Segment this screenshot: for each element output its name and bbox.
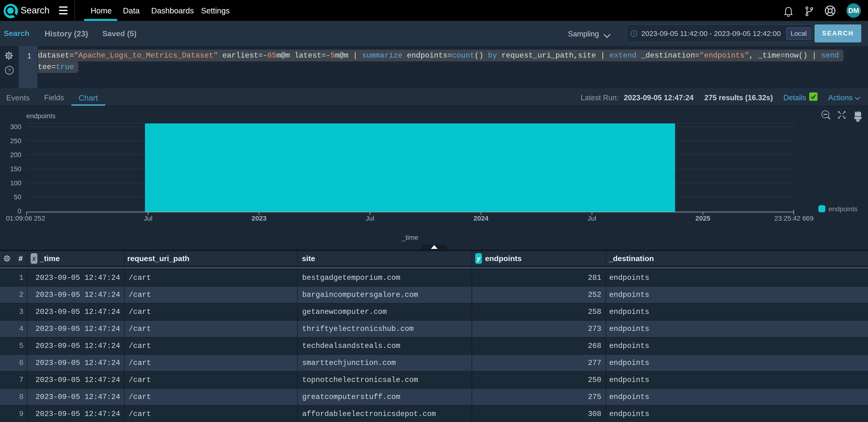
svg-text:250: 250	[10, 137, 21, 145]
svg-text:_time: _time	[402, 234, 418, 241]
svg-text:23:25:42 669: 23:25:42 669	[774, 215, 814, 222]
svg-text:100: 100	[10, 179, 21, 187]
svg-text:Jul: Jul	[144, 215, 152, 222]
svg-text:?: ?	[8, 68, 10, 73]
svg-text:2024: 2024	[473, 215, 489, 222]
svg-text:50: 50	[14, 193, 21, 201]
svg-text:2023: 2023	[252, 215, 267, 222]
svg-text:200: 200	[10, 151, 21, 158]
svg-text:01:09:06 252: 01:09:06 252	[6, 215, 45, 222]
svg-text:0: 0	[18, 207, 21, 215]
svg-text:150: 150	[10, 165, 21, 173]
svg-text:300: 300	[10, 123, 21, 130]
svg-text:Jul: Jul	[588, 215, 596, 222]
svg-text:endpoints: endpoints	[829, 205, 858, 213]
svg-text:Jul: Jul	[366, 215, 374, 222]
svg-text:2025: 2025	[695, 215, 710, 222]
